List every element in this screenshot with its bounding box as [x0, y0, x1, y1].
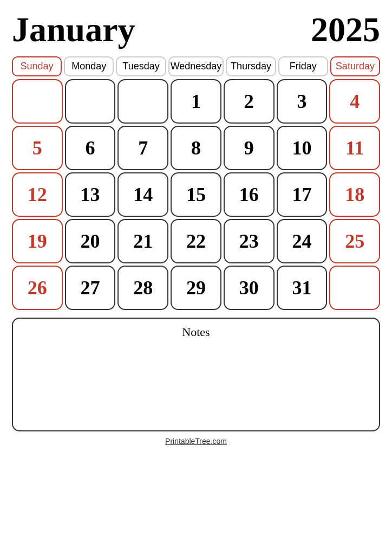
- day-cell-31[interactable]: 31: [277, 266, 328, 310]
- day-header-friday: Friday: [278, 56, 328, 76]
- day-cell-empty-0-2[interactable]: [117, 79, 168, 124]
- day-cell-18[interactable]: 18: [329, 172, 380, 217]
- day-cell-26[interactable]: 26: [12, 266, 63, 310]
- day-cell-10[interactable]: 10: [277, 126, 328, 170]
- day-cell-4[interactable]: 4: [329, 79, 380, 124]
- day-cell-2[interactable]: 2: [224, 79, 275, 124]
- day-header-thursday: Thursday: [226, 56, 276, 76]
- day-cell-empty-0-1[interactable]: [65, 79, 116, 124]
- day-cell-29[interactable]: 29: [171, 266, 221, 310]
- day-cell-30[interactable]: 30: [224, 266, 275, 310]
- day-cell-5[interactable]: 5: [12, 126, 63, 170]
- day-cell-16[interactable]: 16: [224, 172, 275, 217]
- day-cell-empty-0-0[interactable]: [12, 79, 63, 124]
- day-cell-9[interactable]: 9: [224, 126, 275, 170]
- day-cell-27[interactable]: 27: [65, 266, 116, 310]
- day-cell-28[interactable]: 28: [117, 266, 168, 310]
- year-title: 2025: [311, 10, 380, 50]
- day-header-saturday: Saturday: [330, 56, 380, 76]
- day-cell-14[interactable]: 14: [117, 172, 168, 217]
- notes-title: Notes: [22, 325, 370, 339]
- notes-section[interactable]: Notes: [12, 318, 380, 431]
- day-cell-11[interactable]: 11: [329, 126, 380, 170]
- day-cell-24[interactable]: 24: [277, 219, 328, 263]
- day-header-wednesday: Wednesday: [168, 56, 224, 76]
- day-cell-3[interactable]: 3: [277, 79, 328, 124]
- day-header-monday: Monday: [64, 56, 114, 76]
- day-cell-21[interactable]: 21: [117, 219, 168, 263]
- footer-label: PrintableTree.com: [165, 437, 227, 446]
- day-cell-1[interactable]: 1: [171, 79, 221, 124]
- day-cell-13[interactable]: 13: [65, 172, 116, 217]
- day-cell-15[interactable]: 15: [171, 172, 221, 217]
- calendar-grid: 1234567891011121314151617181920212223242…: [12, 79, 380, 310]
- day-cell-22[interactable]: 22: [171, 219, 221, 263]
- month-title: January: [12, 10, 135, 50]
- day-cell-12[interactable]: 12: [12, 172, 63, 217]
- day-header-sunday: Sunday: [12, 56, 62, 76]
- day-cell-25[interactable]: 25: [329, 219, 380, 263]
- day-cell-8[interactable]: 8: [171, 126, 221, 170]
- day-header-tuesday: Tuesday: [116, 56, 166, 76]
- day-cell-20[interactable]: 20: [65, 219, 116, 263]
- day-headers-row: SundayMondayTuesdayWednesdayThursdayFrid…: [12, 56, 380, 76]
- day-cell-6[interactable]: 6: [65, 126, 116, 170]
- day-cell-7[interactable]: 7: [117, 126, 168, 170]
- day-cell-17[interactable]: 17: [277, 172, 328, 217]
- calendar-header: January 2025: [12, 10, 380, 50]
- day-cell-19[interactable]: 19: [12, 219, 63, 263]
- day-cell-23[interactable]: 23: [224, 219, 275, 263]
- day-cell-empty-4-6[interactable]: [329, 266, 380, 310]
